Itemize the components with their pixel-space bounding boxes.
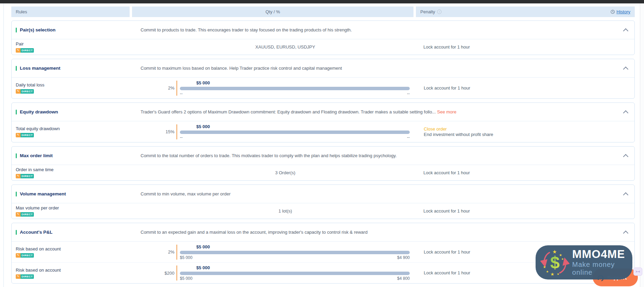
page-left-border bbox=[3, 3, 4, 287]
section-description-text: Commit to min volume, max volume per ord… bbox=[141, 191, 231, 196]
rule-label-cell: Risk based on account✎DIRECT bbox=[12, 268, 162, 279]
section-description: Commit to maximum loss based on balance.… bbox=[141, 66, 629, 71]
collapse-button[interactable] bbox=[623, 28, 628, 33]
direct-badge-label: DIRECT bbox=[21, 212, 34, 217]
card-title-wrap: Pair(s) selection bbox=[16, 27, 141, 32]
section-title: Volume management bbox=[20, 191, 66, 196]
rule-card: Max order limitCommit to the total numbe… bbox=[11, 146, 635, 181]
direct-badge: ✎DIRECT bbox=[16, 253, 34, 258]
bar-min-value: -- bbox=[180, 135, 183, 140]
see-more-link[interactable]: See more bbox=[437, 109, 456, 114]
bar-range-labels: $5 000$4 800 bbox=[180, 276, 410, 281]
rule-label: Risk based on account bbox=[16, 268, 162, 273]
pencil-icon: ✎ bbox=[16, 253, 21, 258]
card-title-wrap: Max order limit bbox=[16, 153, 141, 158]
rule-card-header: Loss managementCommit to maximum loss ba… bbox=[12, 59, 634, 78]
info-icon[interactable]: i bbox=[437, 10, 442, 14]
bar-top-value: $5 000 bbox=[196, 265, 410, 270]
limit-bar-block: $5 000$5 000$4 900 bbox=[180, 244, 410, 260]
penalty-text: Lock account for 1 hour bbox=[423, 208, 634, 214]
penalty-header-group: Penalty i bbox=[420, 9, 442, 14]
bar-range-labels: ---- bbox=[180, 135, 410, 140]
qty-left-value: 15% bbox=[162, 129, 174, 134]
rule-row: Pair✎DIRECTXAUUSD, EURUSD, USDJPYLock ac… bbox=[12, 39, 634, 55]
rule-value: 3 Order(s) bbox=[167, 170, 404, 175]
history-link-group[interactable]: History bbox=[610, 9, 630, 14]
rule-row: Daily total loss✎DIRECT2%$5 000----Lock … bbox=[12, 78, 634, 98]
bar-max-value: $4 800 bbox=[397, 276, 410, 281]
limit-progress-bar[interactable] bbox=[180, 272, 410, 275]
rule-label: Total equity drawdown bbox=[16, 126, 162, 131]
penalty-cell: Close orderEnd investment without profit… bbox=[410, 126, 634, 137]
penalty-text: Lock account for 1 hour bbox=[423, 170, 634, 176]
svg-text:★: ★ bbox=[546, 270, 549, 273]
svg-text:★: ★ bbox=[552, 249, 557, 255]
collapse-button[interactable] bbox=[623, 153, 628, 159]
watermark-text: MMO4ME Make money online bbox=[572, 248, 632, 276]
orange-divider bbox=[176, 81, 177, 96]
bar-top-value: $5 000 bbox=[196, 244, 410, 249]
qty-left-value: $200 bbox=[162, 271, 174, 276]
limit-progress-bar[interactable] bbox=[180, 251, 410, 254]
rule-label-cell: Risk based on account✎DIRECT bbox=[12, 246, 162, 258]
rule-label-cell: Total equity drawdown✎DIRECT bbox=[12, 126, 162, 137]
section-accent-bar bbox=[16, 192, 17, 196]
qty-header-label: Qty / % bbox=[265, 9, 280, 14]
limit-progress-bar[interactable] bbox=[180, 87, 410, 90]
collapse-button[interactable] bbox=[623, 230, 628, 235]
direct-badge: ✎DIRECT bbox=[16, 274, 34, 279]
direct-badge-label: DIRECT bbox=[21, 133, 34, 137]
penalty-warning-text: Close order bbox=[424, 126, 634, 132]
card-title-wrap: Account's P&L bbox=[16, 230, 141, 235]
chevron-up-icon bbox=[623, 110, 628, 115]
collapse-button[interactable] bbox=[623, 66, 628, 71]
section-accent-bar bbox=[16, 153, 17, 158]
rule-card-header: Account's P&LCommit to an expected gain … bbox=[12, 223, 634, 242]
pencil-icon: ✎ bbox=[16, 212, 21, 217]
svg-text:★: ★ bbox=[561, 257, 564, 261]
direct-badge: ✎DIRECT bbox=[16, 89, 34, 94]
section-description-text: Trader's Guard offers 2 options of Maxim… bbox=[141, 109, 436, 114]
column-header-qty: Qty / % bbox=[132, 6, 413, 17]
table-header: Rules Qty / % Penalty i History bbox=[11, 6, 635, 17]
direct-badge: ✎DIRECT bbox=[16, 133, 34, 137]
limit-progress-bar[interactable] bbox=[180, 131, 410, 134]
section-description-text: Commit to an expected gain and a maximal… bbox=[141, 230, 368, 235]
qty-left-value: 2% bbox=[162, 249, 174, 255]
bar-range-labels: ---- bbox=[180, 91, 410, 96]
rule-row: Max volume per order✎DIRECT1 lot(s)Lock … bbox=[12, 203, 634, 219]
section-title: Max order limit bbox=[20, 153, 53, 158]
direct-badge-label: DIRECT bbox=[21, 48, 34, 53]
rule-label: Pair bbox=[16, 41, 167, 46]
pencil-icon: ✎ bbox=[16, 133, 21, 137]
collapse-widget[interactable]: >-< bbox=[633, 268, 642, 276]
section-accent-bar bbox=[16, 28, 17, 32]
section-description: Commit to an expected gain and a maximal… bbox=[141, 230, 629, 235]
pencil-icon: ✎ bbox=[16, 274, 21, 279]
rule-label: Risk based on account bbox=[16, 246, 162, 251]
rule-label-cell: Daily total loss✎DIRECT bbox=[12, 82, 162, 94]
bar-range-labels: $5 000$4 900 bbox=[180, 255, 410, 260]
chevron-up-icon bbox=[623, 66, 628, 72]
direct-badge: ✎DIRECT bbox=[16, 212, 34, 217]
chevron-up-icon bbox=[623, 28, 628, 33]
rule-label: Daily total loss bbox=[16, 82, 162, 87]
collapse-button[interactable] bbox=[623, 192, 628, 197]
rule-value: 1 lot(s) bbox=[167, 208, 404, 214]
direct-badge-label: DIRECT bbox=[21, 253, 34, 258]
column-header-penalty: Penalty i History bbox=[416, 6, 635, 17]
penalty-text: Lock account for 1 hour bbox=[424, 85, 634, 91]
history-link[interactable]: History bbox=[617, 9, 630, 14]
section-title: Account's P&L bbox=[20, 230, 52, 235]
rule-label-cell: Max volume per order✎DIRECT bbox=[12, 205, 167, 217]
section-description-text: Commit to the total number of orders to … bbox=[141, 153, 397, 158]
card-title-wrap: Volume management bbox=[16, 191, 141, 196]
rule-card-header: Pair(s) selectionCommit to products to t… bbox=[12, 21, 634, 39]
rule-label: Order in same time bbox=[16, 167, 167, 172]
section-title: Pair(s) selection bbox=[20, 27, 55, 32]
rule-value: XAUUSD, EURUSD, USDJPY bbox=[167, 44, 404, 50]
svg-text:$: $ bbox=[550, 253, 560, 272]
limit-bar-block: $5 000---- bbox=[180, 124, 410, 140]
scrollbar[interactable] bbox=[640, 3, 644, 287]
collapse-button[interactable] bbox=[623, 110, 628, 115]
